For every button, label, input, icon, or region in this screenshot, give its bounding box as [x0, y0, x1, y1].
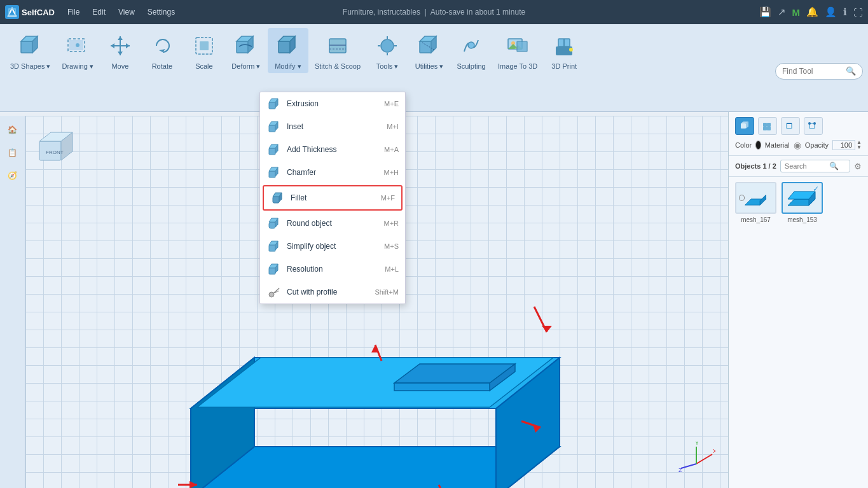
tool-tools[interactable]: Tools ▾ [367, 28, 408, 73]
tool-sculpting[interactable]: Sculpting [451, 28, 492, 73]
share-icon[interactable]: ↗ [778, 6, 786, 18]
sel-edge-icon[interactable] [781, 117, 800, 135]
find-tool-box[interactable]: 🔍 [775, 63, 863, 80]
modify-extrusion[interactable]: Extrusion M+E [260, 92, 405, 115]
selection-icons [735, 117, 862, 135]
resolution-shortcut: M+L [385, 265, 399, 273]
modify-round-object[interactable]: Round object M+R [260, 212, 405, 235]
sel-face-icon[interactable] [735, 117, 754, 135]
sidebar-layers[interactable]: 📋 [4, 144, 22, 162]
material-icon[interactable]: ◉ [794, 140, 801, 150]
tool-move[interactable]: Move [100, 28, 141, 73]
objects-header: Objects 1 / 2 🔍 ⚙ [729, 156, 868, 177]
sel-multi-icon[interactable] [758, 117, 777, 135]
menu-view[interactable]: View [113, 5, 140, 19]
opacity-arrows[interactable]: ▲ ▼ [857, 140, 862, 150]
logo: SelfCAD [5, 5, 55, 19]
svg-point-41 [569, 48, 573, 52]
save-icon[interactable]: 💾 [759, 6, 771, 18]
modify-inset[interactable]: Inset M+I [260, 115, 405, 138]
svg-rect-20 [279, 41, 290, 53]
extrusion-label: Extrusion [287, 99, 384, 108]
opacity-down[interactable]: ▼ [857, 145, 862, 150]
objects-row-items: mesh_167 ✓ mesh_153 [735, 182, 862, 223]
opacity-value: 100 [832, 140, 855, 150]
objects-search-box[interactable]: 🔍 [780, 160, 850, 172]
tool-modify[interactable]: Modify ▾ [268, 28, 308, 73]
tool-scale[interactable]: Scale [184, 28, 224, 73]
svg-point-121 [808, 122, 811, 125]
bell-icon[interactable]: 🔔 [806, 6, 818, 18]
modify-fillet[interactable]: Fillet M+F [263, 185, 403, 211]
svg-rect-55 [273, 197, 279, 203]
svg-text:Y: Y [695, 442, 699, 446]
opacity-box[interactable]: 100 ▲ ▼ [832, 140, 862, 150]
scale-icon [189, 31, 219, 61]
modify-resolution[interactable]: Resolution M+L [260, 258, 405, 281]
sel-vertex-icon[interactable] [804, 117, 823, 135]
fillet-label: Fillet [291, 193, 381, 202]
deform-icon [231, 31, 261, 61]
tool-3d-print[interactable]: 3D Print [544, 28, 584, 73]
objects-settings-icon[interactable]: ⚙ [854, 162, 862, 171]
menu-settings[interactable]: Settings [142, 5, 180, 19]
svg-text:Z: Z [679, 467, 682, 473]
tool-stitch-scoop[interactable]: Stitch & Scoop [310, 28, 366, 73]
tool-3d-shapes[interactable]: 3D Shapes ▾ [5, 28, 55, 73]
axis-indicator: X Y Z [677, 442, 715, 475]
user-icon[interactable]: 👤 [825, 6, 837, 18]
svg-rect-58 [269, 222, 275, 228]
color-label: Color [735, 141, 752, 149]
modify-icon [273, 31, 303, 61]
objects-search-input[interactable] [785, 162, 829, 170]
color-dot[interactable] [755, 141, 761, 150]
3d-print-icon [549, 31, 579, 61]
info-icon[interactable]: ℹ [843, 6, 847, 18]
fillet-icon [270, 190, 286, 206]
extrusion-shortcut: M+E [384, 100, 399, 108]
color-row: Color Material ◉ Opacity 100 ▲ ▼ [735, 140, 862, 150]
tool-drawing[interactable]: Drawing ▾ [57, 28, 98, 73]
svg-marker-10 [118, 36, 123, 40]
obj-item-mesh167[interactable]: mesh_167 [735, 182, 776, 223]
m-icon[interactable]: M [792, 7, 801, 18]
obj-check-mesh153: ✓ [813, 185, 819, 193]
tool-image-to-3d[interactable]: Image To 3D [493, 28, 542, 73]
fullscreen-icon[interactable]: ⛶ [853, 7, 863, 18]
tool-utilities[interactable]: Utilities ▾ [409, 28, 450, 73]
rotate-icon [147, 31, 177, 61]
svg-point-122 [813, 122, 816, 125]
obj-name-mesh167: mesh_167 [741, 216, 771, 223]
add-thickness-icon [266, 142, 282, 157]
menu-edit[interactable]: Edit [87, 5, 111, 19]
modify-cut-with-profile[interactable]: Cut with profile Shift+M [260, 281, 405, 303]
svg-rect-2 [21, 41, 32, 53]
svg-rect-118 [787, 123, 792, 129]
svg-rect-23 [329, 39, 346, 53]
3d-shapes-icon [15, 31, 46, 61]
round-object-shortcut: M+R [383, 220, 399, 227]
svg-rect-38 [517, 41, 527, 52]
modify-simplify-object[interactable]: Simplify object M+S [260, 235, 405, 258]
sidebar-compass[interactable]: 🧭 [4, 167, 22, 185]
bed-3d-svg [127, 230, 699, 488]
obj-thumb-mesh167[interactable] [735, 182, 776, 214]
tool-deform[interactable]: Deform ▾ [226, 28, 266, 73]
sculpting-label: Sculpting [457, 62, 485, 70]
svg-rect-52 [269, 171, 275, 178]
obj-item-mesh153[interactable]: ✓ mesh_153 [782, 182, 823, 223]
svg-rect-17 [237, 41, 248, 53]
modify-label: Modify ▾ [275, 62, 301, 71]
nav-cube[interactable]: FRONT [33, 123, 84, 176]
menu-file[interactable]: File [62, 5, 85, 19]
sidebar-home[interactable]: 🏠 [4, 121, 22, 139]
obj-thumb-mesh153[interactable]: ✓ [782, 182, 823, 214]
modify-add-thickness[interactable]: Add Thickness M+A [260, 138, 405, 161]
find-tool-input[interactable] [782, 67, 846, 76]
material-label: Material [765, 141, 790, 149]
modify-chamfer[interactable]: Chamfer M+H [260, 161, 405, 184]
tools-icon [372, 31, 403, 61]
tool-rotate[interactable]: Rotate [142, 28, 183, 73]
svg-rect-116 [763, 127, 767, 130]
cut-with-profile-shortcut: Shift+M [375, 288, 399, 296]
